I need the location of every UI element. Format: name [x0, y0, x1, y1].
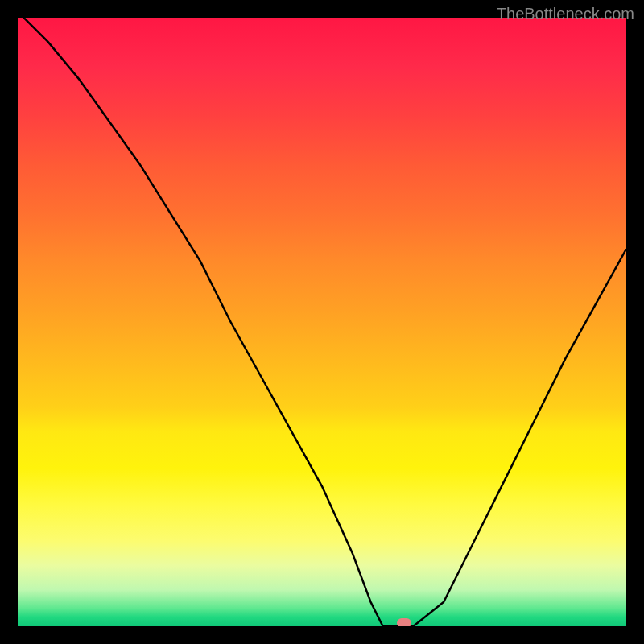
optimum-marker-icon: [397, 618, 411, 626]
bottleneck-curve-svg: [18, 18, 626, 626]
watermark-text: TheBottleneck.com: [497, 5, 634, 23]
chart-container: TheBottleneck.com: [0, 0, 644, 644]
plot-area: [18, 18, 626, 626]
bottleneck-curve-line: [18, 18, 626, 626]
